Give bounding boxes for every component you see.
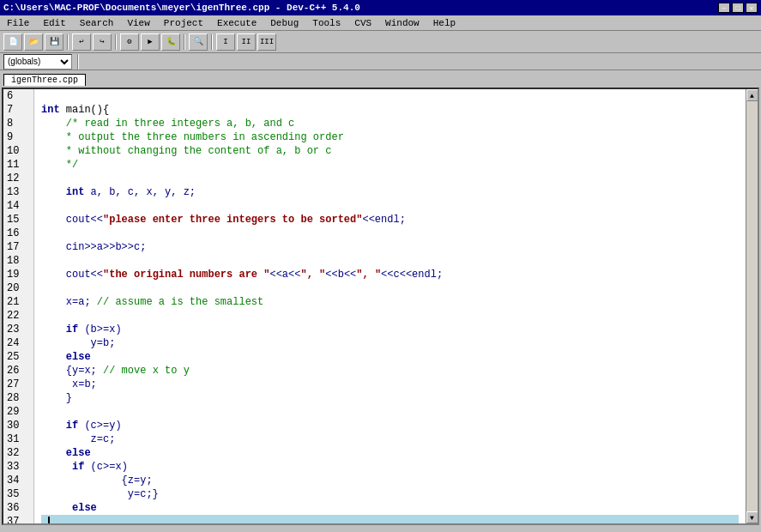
tb-btn-3[interactable]: III [257, 33, 276, 51]
save-button[interactable]: 💾 [45, 33, 63, 51]
maximize-button[interactable]: □ [732, 3, 744, 13]
menu-search[interactable]: Search [76, 17, 118, 29]
token-plain [41, 323, 66, 336]
menu-debug[interactable]: Debug [267, 17, 302, 29]
code-line: cout<<"the original numbers are "<<a<<",… [41, 268, 739, 281]
token-comment: // move x to y [103, 365, 190, 377]
code-area[interactable]: int main(){ /* read in three integers a,… [34, 89, 746, 523]
token-normal: {z=y; [41, 475, 153, 487]
vertical-scrollbar[interactable]: ▲ ▼ [746, 89, 758, 523]
window-title: C:\Users\MAC-PROF\Documents\meyer\igenTh… [3, 3, 360, 13]
run-button[interactable]: ▶ [141, 33, 160, 51]
scroll-track[interactable] [746, 101, 758, 511]
line-number: 30 [7, 419, 28, 432]
menu-project[interactable]: Project [160, 17, 207, 29]
menu-help[interactable]: Help [430, 17, 459, 29]
line-number: 13 [7, 185, 28, 199]
toolbar-sep-2 [115, 34, 117, 50]
tb-btn-2[interactable]: II [237, 33, 256, 51]
minimize-button[interactable]: ─ [718, 3, 730, 13]
token-normal: y=b; [41, 337, 115, 349]
line-number: 26 [7, 364, 28, 378]
menu-execute[interactable]: Execute [214, 17, 260, 29]
line-number: 12 [7, 172, 28, 185]
scope-dropdown[interactable]: (globals) [3, 54, 72, 70]
code-line: if (b>=x) [41, 323, 739, 336]
toolbar-sep-1 [67, 34, 69, 50]
code-line: int main(){ [41, 103, 739, 117]
editor-container: 6789101112131415161718192021222324252627… [2, 88, 759, 525]
code-line [41, 254, 739, 268]
toolbar-sep-4 [211, 34, 213, 50]
line-number: 14 [7, 199, 28, 213]
scroll-down-button[interactable]: ▼ [746, 511, 758, 523]
line-number: 17 [7, 240, 28, 254]
line-number: 32 [7, 446, 28, 460]
line-number: 18 [7, 254, 28, 268]
token-normal: } [41, 392, 72, 404]
compile-button[interactable]: ⚙ [120, 33, 139, 51]
token-plain [41, 420, 66, 432]
menu-tools[interactable]: Tools [309, 17, 344, 29]
sub-sep [77, 54, 79, 70]
code-line: * output the three numbers in ascending … [41, 130, 739, 144]
code-line: x=a; // assume a is the smallest [41, 295, 739, 309]
token-normal: (c>=y) [78, 420, 121, 432]
new-button[interactable]: 📄 [3, 33, 22, 51]
token-normal: cout<< [41, 269, 103, 281]
editor-inner: 6789101112131415161718192021222324252627… [3, 89, 758, 523]
token-plain [41, 131, 66, 143]
token-plain [41, 461, 72, 473]
token-string: ", " [300, 269, 325, 281]
code-line [41, 199, 739, 213]
token-kw: if [72, 461, 84, 473]
open-button[interactable]: 📂 [24, 33, 43, 51]
redo-button[interactable]: ↪ [93, 33, 112, 51]
line-number: 25 [7, 350, 28, 364]
undo-button[interactable]: ↩ [72, 33, 91, 51]
line-number: 27 [7, 378, 28, 391]
line-number: 29 [7, 405, 28, 419]
menu-cvs[interactable]: CVS [351, 17, 375, 29]
token-comment: * output the three numbers in ascending … [66, 131, 344, 143]
line-number: 36 [7, 501, 28, 515]
menu-file[interactable]: File [3, 17, 33, 29]
token-comment: /* read in three integers a, b, and c [66, 118, 294, 130]
token-string: "the original numbers are " [103, 269, 269, 281]
close-button[interactable]: ✕ [746, 3, 758, 13]
line-number: 10 [7, 144, 28, 158]
code-line: int a, b, c, x, y, z; [41, 185, 739, 199]
code-line: y=b; [41, 336, 739, 350]
line-number: 6 [7, 89, 28, 103]
token-comment: * without changing the content of a, b o… [66, 145, 332, 157]
scroll-up-button[interactable]: ▲ [746, 89, 758, 101]
menu-window[interactable]: Window [382, 17, 423, 29]
line-number: 28 [7, 391, 28, 405]
token-plain [41, 351, 66, 363]
code-line: {y=x; // move x to y [41, 364, 739, 378]
token-kw: if [66, 323, 78, 336]
line-number: 8 [7, 117, 28, 130]
line-number: 9 [7, 130, 28, 144]
code-line [41, 405, 739, 419]
token-normal: <<a<< [269, 269, 300, 281]
token-normal: x=b; [41, 378, 97, 390]
token-plain [41, 447, 66, 459]
tab-igentthree[interactable]: igenThree.cpp [3, 74, 86, 86]
line-number: 22 [7, 309, 28, 323]
debug-button[interactable]: 🐛 [161, 33, 180, 51]
cursor [48, 517, 50, 523]
line-numbers: 6789101112131415161718192021222324252627… [3, 89, 34, 523]
code-line [41, 515, 739, 523]
token-comment: // assume a is the smallest [97, 296, 263, 308]
token-normal: y=c;} [41, 488, 159, 500]
menu-view[interactable]: View [124, 17, 153, 29]
line-number: 7 [7, 103, 28, 117]
menu-edit[interactable]: Edit [39, 17, 69, 29]
token-normal: <<c<<endl; [381, 269, 443, 281]
code-line: z=c; [41, 432, 739, 446]
find-button[interactable]: 🔍 [189, 33, 208, 51]
token-normal: cout<< [41, 214, 103, 226]
tb-btn-1[interactable]: I [216, 33, 235, 51]
code-line [41, 172, 739, 185]
